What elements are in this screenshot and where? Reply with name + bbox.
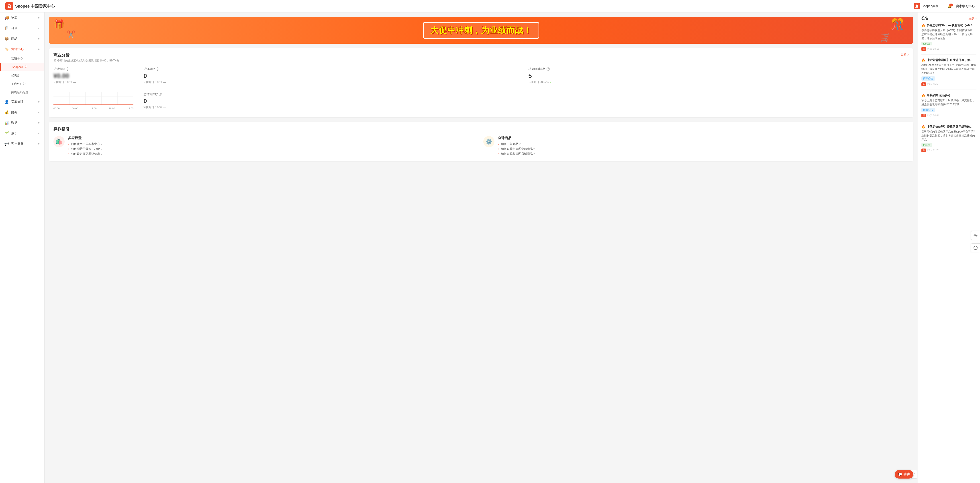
ann3-title[interactable]: 男装品类 选品参考: [926, 93, 951, 97]
sidebar-item-buyer-mgmt[interactable]: 👤 买家管理 ∨: [0, 97, 45, 107]
ann4-new-badge: 新: [921, 149, 926, 152]
bell-button[interactable]: 🔔 1: [948, 5, 951, 8]
fire-icon-4: 🔥: [921, 125, 925, 129]
global-products-link-2[interactable]: •如何查看与管理全球商品？: [498, 147, 909, 151]
sidebar-item-finance[interactable]: 💰 财务 ∨: [0, 107, 45, 118]
global-products-link-1[interactable]: •如何上架商品？: [498, 142, 909, 146]
sidebar-item-products[interactable]: 📦 商品 ∨: [0, 33, 45, 44]
sidebar: 🚚 物流 ∨ 📋 订单 ∨ 📦 商品 ∨ 🏷️ 营销中心: [0, 13, 45, 483]
total-sales-help[interactable]: ?: [66, 67, 69, 71]
operations-card: 操作指引 🛍️ 卖家设置 •如何使用中国卖家中心？ •如何配置子母账户权限？ •…: [49, 122, 913, 161]
submenu-external-ads[interactable]: 平台外广告: [0, 80, 45, 88]
seller-settings-title: 卖家设置: [68, 136, 479, 140]
header-left: Shopee 中国卖家中心: [5, 2, 55, 10]
circle-float-btn[interactable]: [971, 243, 980, 252]
logistics-chevron: ∨: [38, 16, 40, 19]
sidebar-item-growth-label: 成长: [11, 131, 18, 135]
sidebar-item-logistics-label: 物流: [11, 16, 18, 20]
buyer-mgmt-chevron: ∨: [38, 100, 40, 103]
header-seller-logo: [914, 3, 920, 10]
seller-settings-link-2[interactable]: •如何配置子母账户权限？: [68, 147, 479, 151]
business-analysis-subtitle: 35 个店铺的数据汇总 (实时数据统计至 10:00，GMT+8): [54, 59, 909, 63]
chart-float-btn[interactable]: [971, 231, 980, 240]
learning-center-link[interactable]: 卖家学习中心: [956, 4, 975, 8]
fire-icon-3: 🔥: [921, 94, 925, 97]
seller-settings-link-3[interactable]: •如何设定商店基础信息？: [68, 152, 479, 156]
ann4-tag[interactable]: test.sg: [921, 143, 932, 147]
main-content: 🎁 ✂️ 🎊 🛒 大促中冲刺，为业绩而战！ 商业分析 更多 > 35 个店铺的数…: [45, 13, 918, 483]
ann1-title[interactable]: 恭喜您获得Shopee联盟营销（AMS...: [926, 23, 975, 27]
sidebar-item-customer-service-label: 客户服务: [11, 142, 24, 146]
promo-banner: 🎁 ✂️ 🎊 🛒 大促中冲刺，为业绩而战！: [49, 17, 913, 44]
business-analysis-more[interactable]: 更多 >: [901, 52, 909, 57]
global-products-title: 全球商品: [498, 136, 909, 140]
orders-chevron: ∨: [38, 27, 40, 30]
total-items-sold-stat: 总销售件数 ? 0 环比昨日 0.00% —: [143, 92, 524, 109]
right-panel: 公告 更多 > 🔥 恭喜您获得Shopee联盟营销（AMS... 恭喜您获得联盟…: [918, 13, 980, 483]
total-items-sold-value: 0: [143, 97, 524, 105]
chat-button[interactable]: 💬 聊聊: [895, 470, 913, 478]
submenu-cross-border[interactable]: 跨境活动报名: [0, 88, 45, 97]
sidebar-item-logistics[interactable]: 🚚 物流 ∨: [0, 13, 45, 23]
header: Shopee 中国卖家中心 Shopee卖家 🔔 1 卖家学习中心: [0, 0, 980, 13]
announcement-title: 公告: [921, 16, 929, 21]
chart-section: 总销售额 ? ¥0.00 环比昨日 0.00% —: [54, 67, 138, 113]
seller-name-label: Shopee卖家: [922, 4, 939, 8]
sidebar-item-orders-label: 订单: [11, 26, 18, 30]
total-sales-value: ¥0.00: [54, 72, 134, 79]
total-views-stat: 总页面浏览数 ? 5 环比昨日 28.57% ↓: [528, 67, 909, 84]
total-sales-label: 总销售额: [54, 67, 65, 71]
announcement-item-3: 🔥 男装品类 选品参考 秋冬上新丨圣诞新年丨时装风格丨潮流搭配，最全男装攻略带您…: [921, 93, 977, 121]
total-orders-change: 环比昨日 0.00% —: [143, 80, 524, 84]
announcement-item-4: 🔥 【请尽快处理】侵权仿牌产品整改... 贵司店铺的假货仿牌产品在Shopee平…: [921, 125, 977, 156]
ops-global-products: ⚙️ 全球商品 •如何上架商品？ •如何查看与管理全球商品？ •如何查看和管理店…: [483, 136, 909, 157]
sidebar-item-data-label: 数据: [11, 121, 18, 125]
ann3-body: 秋冬上新丨圣诞新年丨时装风格丨潮流搭配，最全男装攻略带您横扫2023节购！: [921, 99, 977, 106]
sidebar-item-orders[interactable]: 📋 订单 ∨: [0, 23, 45, 33]
products-icon: 📦: [5, 37, 9, 41]
data-chevron: ∨: [38, 121, 40, 124]
ann3-tag[interactable]: 商家公告: [921, 108, 935, 112]
logistics-icon: 🚚: [5, 16, 9, 20]
seller-settings-link-1[interactable]: •如何使用中国卖家中心？: [68, 142, 479, 146]
total-sales-stat: 总销售额 ? ¥0.00 环比昨日 0.00% —: [54, 67, 134, 84]
submenu-marketing-center[interactable]: 营销中心: [0, 54, 45, 63]
announcement-more-link[interactable]: 更多 >: [969, 16, 977, 21]
ann2-tag[interactable]: 商家公告: [921, 76, 935, 81]
ann4-title[interactable]: 【请尽快处理】侵权仿牌产品整改...: [926, 125, 972, 129]
page-layout: 🚚 物流 ∨ 📋 订单 ∨ 📦 商品 ∨ 🏷️ 营销中心: [0, 13, 980, 483]
total-sales-change: 环比昨日 0.00% —: [54, 80, 134, 84]
global-products-link-3[interactable]: •如何查看和管理店铺商品？: [498, 152, 909, 156]
total-orders-help[interactable]: ?: [156, 67, 159, 71]
submenu-shopee-ads[interactable]: Shopee广告 选择【Shopee广告】: [0, 63, 45, 71]
growth-icon: 🌱: [5, 131, 9, 135]
submenu-coupons[interactable]: 优惠券: [0, 71, 45, 80]
operations-grid: 🛍️ 卖家设置 •如何使用中国卖家中心？ •如何配置子母账户权限？ •如何设定商…: [54, 136, 909, 157]
ann4-time: 昨天 11:28: [928, 149, 939, 151]
total-views-help[interactable]: ?: [547, 67, 550, 71]
sidebar-item-data[interactable]: 📊 数据 ∨: [0, 118, 45, 128]
total-orders-value: 0: [143, 72, 524, 79]
ann1-tag[interactable]: test.sg: [921, 42, 932, 45]
announcement-item-2: 🔥 【培训需求调研】直播讲什么，你... 将由Shopee政策专家带来的《退货退…: [921, 58, 977, 90]
marketing-chevron: ∨: [38, 48, 40, 51]
sidebar-item-buyer-mgmt-label: 买家管理: [11, 100, 24, 104]
fire-icon-1: 🔥: [921, 24, 925, 27]
right-floats: [971, 231, 980, 252]
sidebar-item-customer-service[interactable]: 💬 客户服务 ∨: [0, 138, 45, 149]
ann2-body: 将由Shopee政策专家带来的《退货退款》直播培训，请反馈您的常见问题或希望在培…: [921, 63, 977, 75]
sidebar-item-marketing[interactable]: 🏷️ 营销中心 ∨: [0, 44, 45, 54]
business-analysis-card: 商业分析 更多 > 35 个店铺的数据汇总 (实时数据统计至 10:00，GMT…: [49, 48, 913, 118]
stats-layout: 总销售额 ? ¥0.00 环比昨日 0.00% —: [54, 67, 909, 113]
ann2-title[interactable]: 【培训需求调研】直播讲什么，你...: [926, 58, 972, 62]
bell-badge: 1: [949, 3, 953, 6]
sidebar-item-growth[interactable]: 🌱 成长 ∨: [0, 128, 45, 138]
sales-chart: 00:00 06:00 12:00 18:00 24:00: [54, 88, 134, 110]
total-views-value: 5: [528, 72, 909, 79]
marketing-icon: 🏷️: [5, 47, 9, 51]
ann1-new-badge: 新: [921, 47, 926, 51]
operations-title: 操作指引: [54, 126, 909, 132]
finance-icon: 💰: [5, 110, 9, 114]
growth-chevron: ∨: [38, 132, 40, 135]
total-items-sold-help[interactable]: ?: [159, 93, 162, 96]
